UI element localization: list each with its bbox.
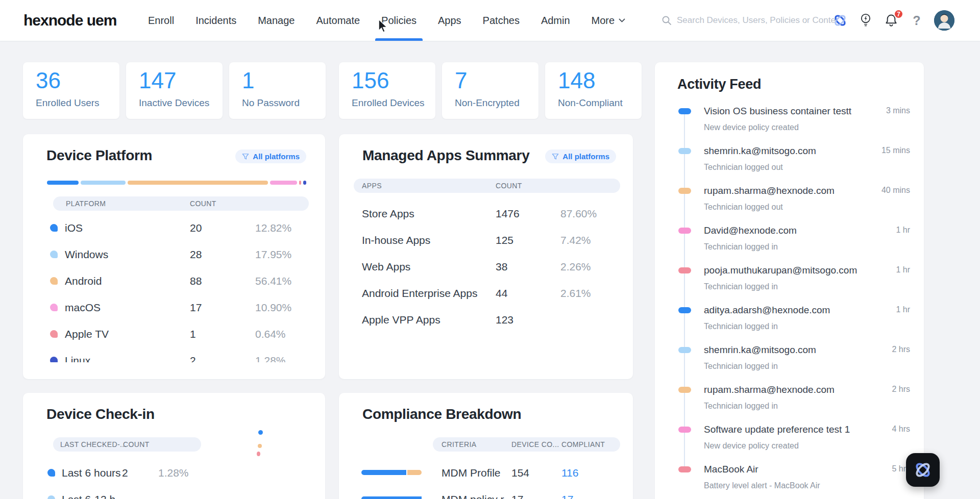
stat-card[interactable]: 36 Enrolled Users — [23, 62, 119, 119]
feed-item-time: 2 hrs — [892, 345, 910, 354]
table-row[interactable]: MDM Profile 154 116 — [339, 459, 633, 486]
table-row[interactable]: Last 6 hours 2 1.28% — [23, 459, 325, 486]
feed-category-pill — [678, 228, 691, 234]
nav-more-label: More — [592, 0, 615, 41]
device-count: 17 — [511, 493, 523, 499]
table-row[interactable]: Linux 2 1.28% — [23, 347, 325, 362]
feed-item[interactable]: David@hexnode.com Technician logged in 1… — [655, 224, 924, 264]
stat-label: Inactive Devices — [139, 97, 209, 109]
nav-item-patches[interactable]: Patches — [483, 0, 520, 41]
atom-logo-icon — [913, 460, 933, 480]
compliance-breakdown-panel: Compliance Breakdown CRITERIA DEVICE CO.… — [339, 393, 633, 499]
question-mark-icon: ? — [913, 13, 920, 28]
table-row[interactable]: macOS 17 10.90% — [23, 294, 325, 320]
feed-item-subtitle: Technician logged out — [704, 162, 783, 173]
stat-value: 7 — [455, 69, 467, 92]
stat-card[interactable]: 7 Non-Encrypted — [442, 62, 538, 119]
column-compliant: COMPLIANT — [561, 437, 605, 452]
apps-filter-button[interactable]: All platforms — [545, 149, 616, 163]
table-row[interactable]: MDM policy r... 17 17 — [339, 486, 633, 499]
hexnode-gears-icon[interactable] — [832, 12, 848, 29]
nav-item-incidents[interactable]: Incidents — [195, 0, 236, 41]
platform-count: 28 — [190, 248, 202, 261]
platform-percent: 12.82% — [255, 222, 291, 234]
app-count: 44 — [496, 287, 507, 300]
platform-name: Apple TV — [65, 328, 109, 340]
feed-item-title: rupam.sharma@hexnode.com — [704, 184, 835, 197]
top-navigation-bar: hexnode uem Enroll Incidents Manage Auto… — [0, 0, 980, 41]
bar-segment-windows — [81, 181, 125, 185]
checkin-range: Last 6-12 h — [62, 493, 115, 499]
table-row[interactable]: Last 6-12 h — [23, 486, 325, 499]
feed-item[interactable]: MacBook Air Battery level alert - MacBoo… — [655, 463, 924, 499]
table-row[interactable]: Apple TV 1 0.64% — [23, 320, 325, 347]
platform-count: 88 — [190, 275, 202, 287]
nav-item-manage[interactable]: Manage — [258, 0, 295, 41]
compliant-count-link[interactable]: 116 — [561, 467, 578, 479]
column-last-checked: LAST CHECKED-... — [60, 437, 127, 452]
feed-item-subtitle: New device policy created — [704, 440, 799, 452]
platform-filter-button[interactable]: All platforms — [235, 149, 306, 163]
platform-name: Windows — [65, 248, 108, 261]
table-row[interactable]: Android 88 56.41% — [23, 267, 325, 294]
nav-item-apps[interactable]: Apps — [438, 0, 461, 41]
table-row[interactable]: In-house Apps 125 7.42% — [339, 227, 633, 253]
app-count: 38 — [496, 261, 507, 273]
table-row[interactable]: Android Enterprise Apps 44 2.61% — [339, 280, 633, 306]
table-row[interactable]: Apple VPP Apps 123 — [339, 306, 633, 333]
mouse-cursor-icon — [378, 19, 389, 33]
table-row[interactable]: Windows 28 17.95% — [23, 241, 325, 267]
compliance-table-rows: MDM Profile 154 116 MDM policy r... 17 1… — [339, 459, 633, 499]
stat-label: Enrolled Users — [36, 97, 100, 109]
header-icons: 7 ? — [832, 0, 954, 41]
app-percent: 7.42% — [560, 234, 591, 246]
help-button[interactable]: ? — [909, 12, 925, 29]
feed-category-pill — [678, 427, 691, 433]
nav-item-automate[interactable]: Automate — [316, 0, 360, 41]
platform-percent: 0.64% — [255, 328, 286, 340]
whats-new-bulb-icon[interactable] — [857, 12, 874, 29]
table-row[interactable]: Web Apps 38 2.26% — [339, 253, 633, 280]
checkin-color-dot — [47, 469, 55, 477]
feed-item[interactable]: shemrin.ka@mitsogo.com Technician logged… — [655, 144, 924, 184]
hexnode-assistant-fab[interactable] — [906, 453, 940, 487]
stat-card[interactable]: 1 No Password — [229, 62, 326, 119]
feed-item[interactable]: Software update preference test 1 New de… — [655, 423, 924, 463]
stats-devices: 156 Enrolled Devices 7 Non-Encrypted 148… — [339, 62, 642, 119]
search-input[interactable] — [677, 15, 835, 26]
stat-card[interactable]: 147 Inactive Devices — [126, 62, 223, 119]
feed-item-subtitle: Battery level alert - MacBook Air — [704, 480, 820, 491]
feed-item[interactable]: pooja.muthukarupan@mitsogo.com Technicia… — [655, 264, 924, 304]
user-avatar[interactable] — [934, 10, 954, 31]
feed-item[interactable]: shemrin.ka@mitsogo.com Technician logged… — [655, 343, 924, 383]
table-row[interactable]: iOS 20 12.82% — [23, 214, 325, 241]
nav-item-enroll[interactable]: Enroll — [148, 0, 174, 41]
nav-item-admin[interactable]: Admin — [541, 0, 570, 41]
compliant-count-link[interactable]: 17 — [561, 493, 573, 499]
stat-value: 36 — [36, 69, 61, 92]
feed-item[interactable]: aditya.adarsh@hexnode.com Technician log… — [655, 304, 924, 343]
stat-card[interactable]: 148 Non-Compliant — [545, 62, 642, 119]
table-row[interactable]: Store Apps 1476 87.60% — [339, 200, 633, 227]
feed-item[interactable]: rupam.sharma@hexnode.com Technician logg… — [655, 383, 924, 423]
feed-item[interactable]: Vision OS business container testt New d… — [655, 105, 924, 144]
feed-item-subtitle: Technician logged in — [704, 321, 778, 332]
feed-item-title: shemrin.ka@mitsogo.com — [704, 144, 816, 158]
column-apps: APPS — [362, 179, 382, 193]
notifications-bell[interactable]: 7 — [883, 12, 899, 29]
managed-apps-panel: Managed Apps Summary All platforms APPS … — [339, 134, 633, 379]
platform-name: Linux — [65, 355, 90, 362]
donut-chart-dot-blue — [258, 430, 263, 435]
feed-item-time: 3 mins — [886, 106, 910, 115]
feed-item[interactable]: rupam.sharma@hexnode.com Technician logg… — [655, 184, 924, 224]
stat-label: No Password — [242, 97, 300, 109]
activity-feed-title: Activity Feed — [677, 77, 761, 92]
feed-category-pill — [678, 387, 691, 393]
nav-item-more[interactable]: More — [592, 0, 626, 41]
bar-noncompliant-segment — [407, 470, 422, 475]
feed-item-title: MacBook Air — [704, 463, 758, 476]
app-percent: 2.61% — [560, 287, 591, 300]
platform-count: 2 — [190, 355, 196, 362]
stat-card[interactable]: 156 Enrolled Devices — [339, 62, 435, 119]
app-count: 1476 — [496, 208, 520, 220]
